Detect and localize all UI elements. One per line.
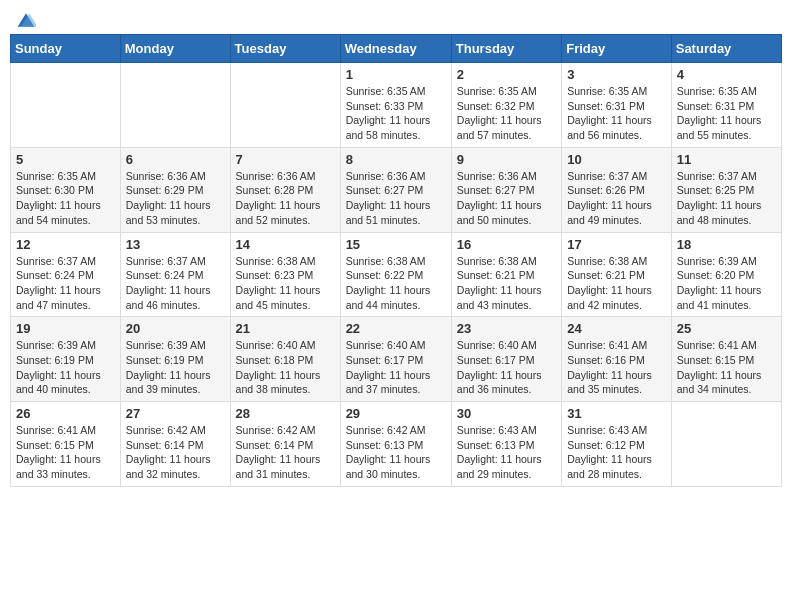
day-number: 16 bbox=[457, 237, 556, 252]
day-info: Sunrise: 6:39 AM Sunset: 6:20 PM Dayligh… bbox=[677, 254, 776, 313]
day-number: 3 bbox=[567, 67, 666, 82]
day-number: 31 bbox=[567, 406, 666, 421]
calendar-cell: 29Sunrise: 6:42 AM Sunset: 6:13 PM Dayli… bbox=[340, 402, 451, 487]
calendar-cell: 13Sunrise: 6:37 AM Sunset: 6:24 PM Dayli… bbox=[120, 232, 230, 317]
day-number: 17 bbox=[567, 237, 666, 252]
calendar-cell: 27Sunrise: 6:42 AM Sunset: 6:14 PM Dayli… bbox=[120, 402, 230, 487]
calendar-cell: 9Sunrise: 6:36 AM Sunset: 6:27 PM Daylig… bbox=[451, 147, 561, 232]
day-number: 28 bbox=[236, 406, 335, 421]
day-number: 27 bbox=[126, 406, 225, 421]
day-number: 5 bbox=[16, 152, 115, 167]
day-info: Sunrise: 6:37 AM Sunset: 6:24 PM Dayligh… bbox=[16, 254, 115, 313]
day-number: 19 bbox=[16, 321, 115, 336]
day-info: Sunrise: 6:38 AM Sunset: 6:21 PM Dayligh… bbox=[457, 254, 556, 313]
day-number: 12 bbox=[16, 237, 115, 252]
calendar-cell: 7Sunrise: 6:36 AM Sunset: 6:28 PM Daylig… bbox=[230, 147, 340, 232]
day-info: Sunrise: 6:35 AM Sunset: 6:30 PM Dayligh… bbox=[16, 169, 115, 228]
calendar-header-row: SundayMondayTuesdayWednesdayThursdayFrid… bbox=[11, 35, 782, 63]
header-wednesday: Wednesday bbox=[340, 35, 451, 63]
page-header bbox=[10, 10, 782, 26]
day-info: Sunrise: 6:38 AM Sunset: 6:21 PM Dayligh… bbox=[567, 254, 666, 313]
calendar-cell: 3Sunrise: 6:35 AM Sunset: 6:31 PM Daylig… bbox=[562, 63, 672, 148]
calendar-cell: 18Sunrise: 6:39 AM Sunset: 6:20 PM Dayli… bbox=[671, 232, 781, 317]
day-info: Sunrise: 6:36 AM Sunset: 6:29 PM Dayligh… bbox=[126, 169, 225, 228]
day-number: 15 bbox=[346, 237, 446, 252]
day-info: Sunrise: 6:39 AM Sunset: 6:19 PM Dayligh… bbox=[16, 338, 115, 397]
calendar-cell: 12Sunrise: 6:37 AM Sunset: 6:24 PM Dayli… bbox=[11, 232, 121, 317]
day-number: 29 bbox=[346, 406, 446, 421]
calendar-table: SundayMondayTuesdayWednesdayThursdayFrid… bbox=[10, 34, 782, 487]
calendar-cell bbox=[120, 63, 230, 148]
day-info: Sunrise: 6:43 AM Sunset: 6:12 PM Dayligh… bbox=[567, 423, 666, 482]
calendar-week-4: 19Sunrise: 6:39 AM Sunset: 6:19 PM Dayli… bbox=[11, 317, 782, 402]
day-number: 10 bbox=[567, 152, 666, 167]
calendar-cell: 23Sunrise: 6:40 AM Sunset: 6:17 PM Dayli… bbox=[451, 317, 561, 402]
day-number: 24 bbox=[567, 321, 666, 336]
calendar-cell: 4Sunrise: 6:35 AM Sunset: 6:31 PM Daylig… bbox=[671, 63, 781, 148]
day-info: Sunrise: 6:42 AM Sunset: 6:13 PM Dayligh… bbox=[346, 423, 446, 482]
day-info: Sunrise: 6:37 AM Sunset: 6:25 PM Dayligh… bbox=[677, 169, 776, 228]
calendar-cell: 31Sunrise: 6:43 AM Sunset: 6:12 PM Dayli… bbox=[562, 402, 672, 487]
day-number: 20 bbox=[126, 321, 225, 336]
day-number: 25 bbox=[677, 321, 776, 336]
day-info: Sunrise: 6:36 AM Sunset: 6:27 PM Dayligh… bbox=[346, 169, 446, 228]
calendar-cell: 15Sunrise: 6:38 AM Sunset: 6:22 PM Dayli… bbox=[340, 232, 451, 317]
day-number: 8 bbox=[346, 152, 446, 167]
day-info: Sunrise: 6:35 AM Sunset: 6:31 PM Dayligh… bbox=[567, 84, 666, 143]
header-tuesday: Tuesday bbox=[230, 35, 340, 63]
calendar-cell: 8Sunrise: 6:36 AM Sunset: 6:27 PM Daylig… bbox=[340, 147, 451, 232]
calendar-cell: 10Sunrise: 6:37 AM Sunset: 6:26 PM Dayli… bbox=[562, 147, 672, 232]
day-number: 4 bbox=[677, 67, 776, 82]
calendar-week-5: 26Sunrise: 6:41 AM Sunset: 6:15 PM Dayli… bbox=[11, 402, 782, 487]
calendar-cell: 22Sunrise: 6:40 AM Sunset: 6:17 PM Dayli… bbox=[340, 317, 451, 402]
day-info: Sunrise: 6:35 AM Sunset: 6:31 PM Dayligh… bbox=[677, 84, 776, 143]
calendar-cell bbox=[11, 63, 121, 148]
day-info: Sunrise: 6:36 AM Sunset: 6:27 PM Dayligh… bbox=[457, 169, 556, 228]
day-number: 18 bbox=[677, 237, 776, 252]
calendar-cell: 28Sunrise: 6:42 AM Sunset: 6:14 PM Dayli… bbox=[230, 402, 340, 487]
day-number: 1 bbox=[346, 67, 446, 82]
calendar-week-1: 1Sunrise: 6:35 AM Sunset: 6:33 PM Daylig… bbox=[11, 63, 782, 148]
header-monday: Monday bbox=[120, 35, 230, 63]
day-number: 26 bbox=[16, 406, 115, 421]
day-number: 7 bbox=[236, 152, 335, 167]
header-thursday: Thursday bbox=[451, 35, 561, 63]
day-info: Sunrise: 6:42 AM Sunset: 6:14 PM Dayligh… bbox=[236, 423, 335, 482]
calendar-cell bbox=[671, 402, 781, 487]
day-number: 9 bbox=[457, 152, 556, 167]
calendar-week-2: 5Sunrise: 6:35 AM Sunset: 6:30 PM Daylig… bbox=[11, 147, 782, 232]
calendar-cell: 2Sunrise: 6:35 AM Sunset: 6:32 PM Daylig… bbox=[451, 63, 561, 148]
day-info: Sunrise: 6:41 AM Sunset: 6:15 PM Dayligh… bbox=[16, 423, 115, 482]
calendar-cell: 26Sunrise: 6:41 AM Sunset: 6:15 PM Dayli… bbox=[11, 402, 121, 487]
calendar-cell: 14Sunrise: 6:38 AM Sunset: 6:23 PM Dayli… bbox=[230, 232, 340, 317]
day-info: Sunrise: 6:41 AM Sunset: 6:15 PM Dayligh… bbox=[677, 338, 776, 397]
calendar-cell: 25Sunrise: 6:41 AM Sunset: 6:15 PM Dayli… bbox=[671, 317, 781, 402]
day-info: Sunrise: 6:40 AM Sunset: 6:17 PM Dayligh… bbox=[346, 338, 446, 397]
day-info: Sunrise: 6:36 AM Sunset: 6:28 PM Dayligh… bbox=[236, 169, 335, 228]
logo bbox=[14, 10, 36, 26]
calendar-cell bbox=[230, 63, 340, 148]
calendar-cell: 6Sunrise: 6:36 AM Sunset: 6:29 PM Daylig… bbox=[120, 147, 230, 232]
calendar-cell: 20Sunrise: 6:39 AM Sunset: 6:19 PM Dayli… bbox=[120, 317, 230, 402]
calendar-cell: 1Sunrise: 6:35 AM Sunset: 6:33 PM Daylig… bbox=[340, 63, 451, 148]
calendar-cell: 17Sunrise: 6:38 AM Sunset: 6:21 PM Dayli… bbox=[562, 232, 672, 317]
day-number: 14 bbox=[236, 237, 335, 252]
day-number: 13 bbox=[126, 237, 225, 252]
calendar-body: 1Sunrise: 6:35 AM Sunset: 6:33 PM Daylig… bbox=[11, 63, 782, 487]
day-info: Sunrise: 6:43 AM Sunset: 6:13 PM Dayligh… bbox=[457, 423, 556, 482]
day-info: Sunrise: 6:37 AM Sunset: 6:26 PM Dayligh… bbox=[567, 169, 666, 228]
day-number: 21 bbox=[236, 321, 335, 336]
calendar-cell: 19Sunrise: 6:39 AM Sunset: 6:19 PM Dayli… bbox=[11, 317, 121, 402]
day-info: Sunrise: 6:38 AM Sunset: 6:22 PM Dayligh… bbox=[346, 254, 446, 313]
day-info: Sunrise: 6:40 AM Sunset: 6:17 PM Dayligh… bbox=[457, 338, 556, 397]
day-info: Sunrise: 6:37 AM Sunset: 6:24 PM Dayligh… bbox=[126, 254, 225, 313]
day-number: 2 bbox=[457, 67, 556, 82]
day-number: 23 bbox=[457, 321, 556, 336]
day-number: 22 bbox=[346, 321, 446, 336]
logo-icon bbox=[16, 10, 36, 30]
header-friday: Friday bbox=[562, 35, 672, 63]
calendar-cell: 5Sunrise: 6:35 AM Sunset: 6:30 PM Daylig… bbox=[11, 147, 121, 232]
calendar-cell: 30Sunrise: 6:43 AM Sunset: 6:13 PM Dayli… bbox=[451, 402, 561, 487]
day-info: Sunrise: 6:41 AM Sunset: 6:16 PM Dayligh… bbox=[567, 338, 666, 397]
day-number: 30 bbox=[457, 406, 556, 421]
